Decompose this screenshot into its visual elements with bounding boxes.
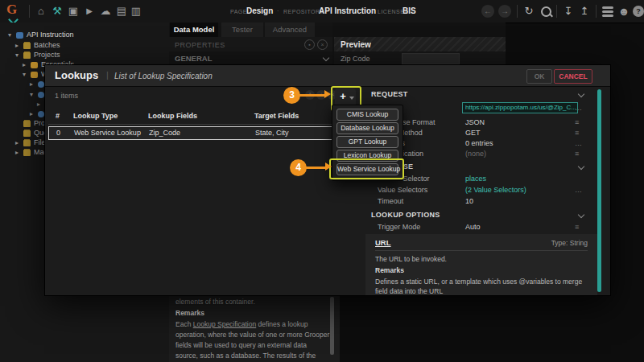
- chevron-right-icon[interactable]: ▸: [37, 101, 40, 109]
- chevron-down-icon[interactable]: [578, 212, 584, 218]
- prop-value-value-selectors[interactable]: (2 Value Selectors): [465, 186, 526, 194]
- chevron-down-icon[interactable]: [578, 163, 584, 170]
- folder-icon: [23, 140, 31, 146]
- chevron-right-icon[interactable]: ▸: [15, 42, 19, 50]
- chevron-right-icon[interactable]: ▸: [15, 149, 19, 157]
- col-header-lookup-fields[interactable]: Lookup Fields: [148, 112, 197, 120]
- prop-value-record-selector[interactable]: places: [465, 175, 486, 183]
- lookup-options-section-header[interactable]: LOOKUP OPTIONS: [371, 211, 440, 219]
- callout-arrowhead: [325, 162, 332, 171]
- help-icon[interactable]: ?: [633, 6, 644, 17]
- menu-icon[interactable]: ≡: [575, 150, 579, 158]
- chevron-down-icon[interactable]: ▾: [23, 71, 26, 79]
- title-divider: |: [106, 70, 109, 80]
- chevron-down-icon[interactable]: [323, 55, 329, 61]
- general-section-header[interactable]: GENERAL: [169, 51, 332, 64]
- menu-item-cmis-lookup[interactable]: CMIS Lookup: [336, 109, 398, 121]
- user-icon[interactable]: ☻: [617, 4, 631, 19]
- menu-item-gpt-lookup[interactable]: GPT Lookup: [336, 136, 398, 148]
- highlight-box-web-service-lookup: [329, 158, 404, 179]
- col-header-lookup-type[interactable]: Lookup Type: [73, 112, 118, 120]
- dialog-subtitle: List of Lookup Specification: [114, 72, 213, 80]
- prop-value-timeout[interactable]: 10: [465, 197, 473, 205]
- zip-code-input[interactable]: [402, 53, 460, 64]
- page-value[interactable]: Design: [246, 6, 273, 15]
- menu-icon[interactable]: ≡: [575, 129, 579, 137]
- tab-tester[interactable]: Tester: [221, 23, 263, 37]
- lookup-specification-link[interactable]: Lookup Specification: [193, 320, 256, 328]
- col-header-num[interactable]: #: [56, 112, 60, 120]
- database-icon[interactable]: [602, 6, 613, 9]
- chevron-right-icon[interactable]: ▸: [30, 110, 33, 118]
- cancel-button[interactable]: CANCEL: [554, 69, 592, 84]
- back-icon[interactable]: ←: [481, 5, 494, 18]
- prop-value-trigger-mode[interactable]: Auto: [465, 223, 481, 231]
- refresh-icon[interactable]: ↻: [522, 4, 536, 19]
- tools-icon[interactable]: ⚒: [50, 4, 64, 19]
- tree-item-label: Batches: [34, 41, 60, 49]
- scrollbar[interactable]: [330, 297, 334, 355]
- forward-icon[interactable]: →: [498, 5, 511, 18]
- archive-box-icon[interactable]: ▣: [66, 4, 80, 19]
- play-box-icon[interactable]: ▶: [82, 4, 97, 19]
- prop-value-response-format[interactable]: JSON: [465, 118, 485, 126]
- close-icon[interactable]: ×: [317, 39, 328, 50]
- ellipsis-icon[interactable]: …: [575, 139, 582, 147]
- tree-item-projects[interactable]: ▾ Projects: [0, 51, 169, 60]
- menu-icon[interactable]: ≡: [575, 223, 579, 231]
- lookups-dialog: Lookups | List of Lookup Specification O…: [44, 64, 611, 296]
- dialog-title-bar[interactable]: Lookups | List of Lookup Specification O…: [45, 65, 610, 87]
- chevron-right-icon[interactable]: ▸: [23, 61, 26, 69]
- chevron-right-icon[interactable]: ▸: [15, 139, 19, 147]
- page-label: PAGE: [230, 9, 247, 14]
- description-panel: elements of this container. Remarks Each…: [169, 294, 340, 362]
- tree-item-api-instruction[interactable]: ▾ API Instruction: [0, 31, 169, 40]
- model-node-icon: [38, 81, 44, 88]
- tab-data-model[interactable]: Data Model: [170, 23, 218, 37]
- bar-chart-icon[interactable]: ▥: [129, 4, 143, 19]
- tree-item-label: API Instruction: [27, 31, 74, 39]
- search-icon[interactable]: [541, 6, 551, 17]
- cloud-upload-icon[interactable]: ☁: [98, 4, 113, 19]
- prop-value-headers[interactable]: 0 entries: [465, 139, 493, 147]
- col-header-target-fields[interactable]: Target Fields: [254, 112, 299, 120]
- divider: [48, 124, 343, 125]
- preview-title: Preview: [341, 40, 371, 49]
- folder-icon: [23, 52, 31, 59]
- table-row-selected[interactable]: 0 Web Service Lookup Zip_Code State, Cit…: [48, 126, 343, 140]
- tree-item-batches[interactable]: ▸ Batches: [0, 41, 169, 51]
- prop-value-authentication[interactable]: (none): [465, 150, 486, 158]
- scrollbar[interactable]: [597, 89, 601, 292]
- job-bag-icon[interactable]: ▤: [114, 4, 129, 19]
- ok-button[interactable]: OK: [526, 69, 552, 84]
- folder-icon: [23, 130, 31, 137]
- chevron-down-icon[interactable]: ▾: [15, 51, 19, 60]
- model-node-icon: [38, 111, 44, 117]
- save-icon[interactable]: ▪: [304, 39, 315, 50]
- home-icon[interactable]: ⌂: [34, 4, 48, 19]
- chevron-down-icon[interactable]: ▾: [30, 91, 33, 99]
- tab-advanced[interactable]: Advanced: [265, 23, 315, 37]
- cell-num: 0: [56, 129, 60, 137]
- ellipsis-icon[interactable]: …: [575, 104, 582, 112]
- repository-value[interactable]: API Instruction: [319, 6, 376, 15]
- property-help-panel: URL Type: String The URL to be invoked. …: [365, 234, 597, 295]
- app-window: G ⌂ ⚒ ▣ ▶ ☁ ▤ ▥ PAGE Design · REPOSITORY…: [0, 0, 644, 362]
- prop-value-http-method[interactable]: GET: [465, 129, 481, 137]
- menu-icon[interactable]: ≡: [575, 118, 579, 126]
- repository-node-icon: [16, 32, 23, 39]
- request-section-header[interactable]: REQUEST: [371, 90, 408, 98]
- url-value-field[interactable]: https://api.zippopotam.us/us/@Zip_C...: [462, 102, 578, 113]
- chevron-down-icon[interactable]: [578, 91, 584, 97]
- properties-title: PROPERTIES: [175, 41, 225, 49]
- cell-lookup-fields: Zip_Code: [149, 129, 180, 137]
- divider: [29, 5, 30, 18]
- menu-item-database-lookup[interactable]: Database Lookup: [336, 122, 398, 134]
- properties-toolbar: PROPERTIES ▪ ×: [169, 37, 332, 51]
- ellipsis-icon[interactable]: …: [575, 186, 582, 194]
- chevron-right-icon[interactable]: ▸: [30, 80, 33, 88]
- download-icon[interactable]: ↧: [561, 4, 576, 19]
- chevron-down-icon[interactable]: ▾: [8, 31, 11, 39]
- upload-icon[interactable]: ↥: [577, 4, 592, 19]
- licensee-value: BIS: [402, 6, 416, 15]
